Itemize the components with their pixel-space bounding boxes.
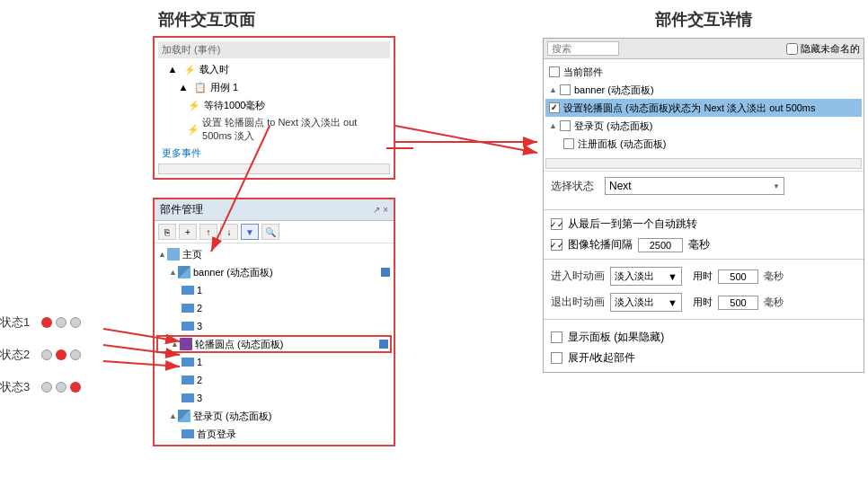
detail-row-carousel-set[interactable]: ✓ 设置轮播圆点 (动态面板)状态为 Next 淡入淡出 out 500ms (545, 99, 862, 117)
interval-unit: 毫秒 (688, 237, 710, 252)
exit-anim-label: 退出时动画 (551, 295, 605, 310)
detail-register-label: 注册面板 (动态面板) (578, 137, 666, 151)
divider-3 (544, 319, 864, 320)
state-row: 选择状态 Next ▼ (551, 177, 856, 195)
toggle-carousel: ▲ (171, 340, 180, 349)
toggle-detail-login: ▲ (549, 121, 558, 130)
event-wait-text: 等待1000毫秒 (204, 99, 265, 112)
dot-1-1 (41, 317, 52, 328)
case-expand-icon: ▲ (176, 80, 190, 94)
tree-expand-icon: ▲ (165, 62, 180, 76)
tree-row-login[interactable]: ▲ 登录页 (动态面板) (156, 407, 392, 425)
comp-manage-toolbar: ⎘ + ↑ ↓ ▼ 🔍 (155, 221, 394, 243)
lightning-icon-1: ⚡ (187, 98, 201, 112)
show-panel-checkbox[interactable] (551, 331, 562, 343)
page-icon (167, 248, 180, 261)
state-section: 选择状态 Next ▼ (544, 171, 864, 206)
event-row-case1[interactable]: ▲ 📋 用例 1 (158, 78, 390, 96)
tree-row-banner-2[interactable]: 2 (156, 299, 392, 317)
toolbar-search-btn[interactable]: 🔍 (261, 224, 279, 240)
comp-manage-controls: ↗ × (373, 205, 388, 215)
exit-time-input[interactable] (718, 296, 758, 310)
checkbox-register[interactable] (563, 138, 574, 149)
tree-row-carousel[interactable]: ▲ 轮播圆点 (动态面板) (156, 335, 392, 353)
detail-scrollbar[interactable] (545, 158, 862, 169)
tree-carousel-3-label: 3 (197, 393, 202, 403)
detail-row-current[interactable]: 当前部件 (545, 63, 862, 81)
checkbox-banner[interactable] (560, 84, 571, 95)
event-row-load[interactable]: ▲ ⚡ 载入时 (158, 60, 390, 78)
enter-anim-dropdown[interactable]: 淡入淡出 ▼ (610, 267, 682, 286)
tree-banner-3-label: 3 (197, 321, 202, 331)
toolbar-up-btn[interactable]: ↑ (199, 224, 217, 240)
tree-homepage-label: 主页 (182, 248, 202, 261)
toggle-homepage: ▲ (158, 250, 167, 259)
comp-manage-title: 部件管理 (160, 202, 203, 217)
case-icon: 📋 (193, 80, 208, 94)
tree-row-carousel-3[interactable]: 3 (156, 389, 392, 407)
tree-row-carousel-2[interactable]: 2 (156, 371, 392, 389)
toolbar-filter-btn[interactable]: ▼ (241, 224, 259, 240)
comp-tree: ▲ 主页 ▲ banner (动态面板) 1 2 3 (155, 243, 394, 445)
event-scrollbar[interactable] (158, 163, 390, 174)
dot-3-1 (41, 382, 52, 393)
detail-row-login[interactable]: ▲ 登录页 (动态面板) (545, 117, 862, 135)
expand-collapse-checkbox[interactable] (551, 352, 562, 364)
exit-anim-row: 退出时动画 淡入淡出 ▼ 用时 毫秒 (544, 289, 864, 315)
auto-loop-checkbox[interactable]: ✓ (551, 218, 562, 230)
checkbox-carousel-set[interactable]: ✓ (549, 102, 560, 113)
bottom-options: 显示面板 (如果隐藏) 展开/收起部件 (544, 323, 864, 372)
detail-row-register[interactable]: 注册面板 (动态面板) (545, 135, 862, 153)
state-label: 选择状态 (551, 179, 605, 194)
enter-anim-row: 进入时动画 淡入淡出 ▼ 用时 毫秒 (544, 263, 864, 289)
dot-3-2 (56, 382, 66, 393)
event-row-wait[interactable]: ⚡ 等待1000毫秒 (158, 96, 390, 114)
login-state-icon (182, 429, 194, 438)
toggle-login: ▲ (169, 411, 178, 420)
interval-checkbox[interactable]: ✓ (551, 239, 562, 251)
toolbar-add-btn[interactable]: + (179, 224, 197, 240)
event-case1-text: 用例 1 (210, 81, 238, 94)
auto-loop-row: ✓ 从最后一到第一个自动跳转 (544, 214, 864, 234)
event-panel: 加载时 (事件) ▲ ⚡ 载入时 ▲ 📋 用例 1 ⚡ 等待1000毫秒 ⚡ 设… (153, 36, 395, 180)
detail-row-banner[interactable]: ▲ banner (动态面板) (545, 81, 862, 99)
tree-carousel-1-label: 1 (197, 357, 202, 367)
tree-homepage-login-label: 首页登录 (197, 428, 236, 441)
toggle-detail-banner: ▲ (549, 85, 558, 94)
carousel-state-icon-3 (182, 393, 194, 402)
exit-dropdown-arrow-icon: ▼ (668, 297, 678, 308)
checkbox-login[interactable] (560, 120, 571, 131)
tree-row-banner[interactable]: ▲ banner (动态面板) (156, 263, 392, 281)
toolbar-down-btn[interactable]: ↓ (220, 224, 238, 240)
toolbar-copy-btn[interactable]: ⎘ (158, 224, 176, 240)
checkbox-current[interactable] (549, 66, 560, 77)
detail-panel: 隐藏未命名的 当前部件 ▲ banner (动态面板) ✓ 设置轮播圆点 (动态… (543, 38, 864, 373)
event-row-set[interactable]: ⚡ 设置 轮播圆点 to Next 淡入淡出 out 500ms 淡入 (158, 114, 390, 145)
tree-row-homepage[interactable]: ▲ 主页 (156, 245, 392, 263)
tree-row-banner-3[interactable]: 3 (156, 317, 392, 335)
dot-2-2 (56, 349, 66, 360)
hide-unnamed-checkbox[interactable] (786, 43, 798, 55)
enter-time-input[interactable] (718, 270, 758, 284)
expand-collapse-row: 展开/收起部件 (551, 348, 856, 368)
exit-anim-dropdown[interactable]: 淡入淡出 ▼ (610, 293, 682, 312)
enter-anim-type: 淡入淡出 (615, 270, 654, 283)
state-dropdown[interactable]: Next ▼ (605, 177, 784, 195)
more-events-link[interactable]: 更多事件 (158, 145, 390, 162)
dot-3-3 (70, 382, 81, 393)
dynamic-icon-banner (178, 266, 190, 278)
tree-banner-label: banner (动态面板) (193, 266, 273, 279)
interval-label: 图像轮播间隔 (568, 237, 633, 252)
tree-row-banner-1[interactable]: 1 (156, 281, 392, 299)
detail-search-input[interactable] (547, 41, 619, 56)
state-icon-3 (182, 322, 194, 331)
tree-row-carousel-1[interactable]: 1 (156, 353, 392, 371)
toggle-banner: ▲ (169, 268, 178, 277)
tree-row-homepage-login[interactable]: 首页登录 (156, 425, 392, 443)
carousel-state-icon-2 (182, 376, 194, 384)
divider-1 (544, 209, 864, 210)
detail-search (547, 41, 619, 56)
enter-anim-unit: 毫秒 (764, 270, 784, 283)
interval-input[interactable] (638, 238, 683, 252)
hide-unnamed-label: 隐藏未命名的 (801, 42, 860, 56)
